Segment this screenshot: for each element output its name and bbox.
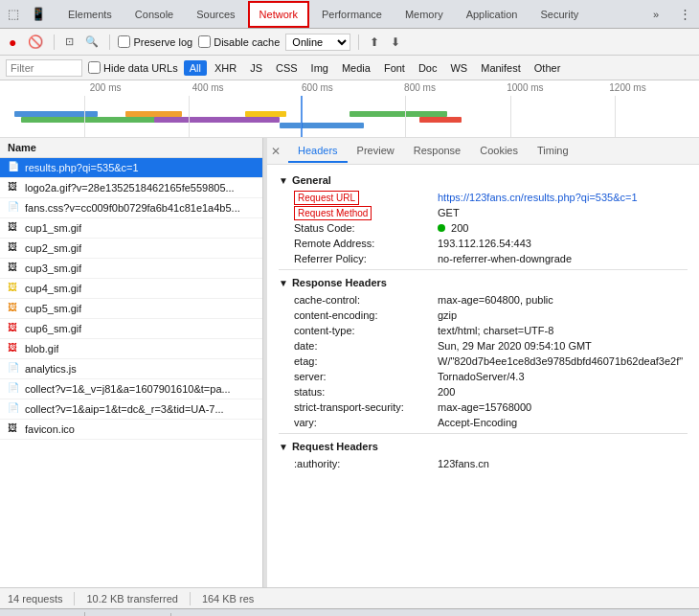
disable-cache-checkbox[interactable]: Disable cache xyxy=(198,35,280,48)
list-item[interactable]: 📄 collect?v=1&aip=1&t=dc&_r=3&tid=UA-7..… xyxy=(0,399,262,420)
detail-tab-cookies[interactable]: Cookies xyxy=(470,140,528,163)
requests-count: 14 requests xyxy=(8,593,62,605)
file-icon-doc: 📄 xyxy=(8,161,21,174)
file-name: cup3_sm.gif xyxy=(25,262,81,274)
devtools-menu-icon[interactable]: ⋮ xyxy=(675,5,695,23)
section-divider xyxy=(279,269,688,270)
list-item[interactable]: 🖼 blob.gif xyxy=(0,339,262,359)
disable-cache-input[interactable] xyxy=(198,35,211,48)
timeline[interactable]: 200 ms 400 ms 600 ms 800 ms 1000 ms 1200… xyxy=(0,80,699,138)
list-item[interactable]: 🖼 cup5_sm.gif xyxy=(0,299,262,319)
detail-tabs: ✕ Headers Preview Response Cookies Timin… xyxy=(267,138,699,165)
general-section-header[interactable]: ▼ General xyxy=(279,171,688,190)
throttle-select[interactable]: Online Fast 3G Slow 3G Offline xyxy=(285,34,350,51)
response-header-val: text/html; charset=UTF-8 xyxy=(438,325,553,336)
list-item[interactable]: 🖼 cup4_sm.gif xyxy=(0,279,262,299)
timeline-bars xyxy=(0,96,699,137)
file-name: cup6_sm.gif xyxy=(25,323,81,334)
filter-manifest[interactable]: Manifest xyxy=(475,60,527,76)
device-icon[interactable]: 📱 xyxy=(27,5,50,23)
request-headers-section[interactable]: ▼ Request Headers xyxy=(279,437,688,456)
search-icon[interactable]: 🔍 xyxy=(82,34,101,50)
response-header-status: status: 200 xyxy=(279,384,688,399)
file-name: collect?v=1&aip=1&t=dc&_r=3&tid=UA-7... xyxy=(25,403,224,415)
toolbar-separator-1 xyxy=(54,34,55,50)
bottom-tab-whats-new[interactable]: What's New × xyxy=(85,613,170,617)
file-name: cup5_sm.gif xyxy=(25,303,81,314)
tab-performance[interactable]: Performance xyxy=(311,2,393,26)
close-detail-button[interactable]: ✕ xyxy=(271,145,281,158)
list-item[interactable]: 📄 fans.css?v=cc009f0b0729fa6b41c81e1a4b5… xyxy=(0,198,262,218)
filter-all[interactable]: All xyxy=(184,60,207,76)
file-list-header: Name xyxy=(0,138,262,158)
filter-input[interactable] xyxy=(6,59,82,77)
tab-network[interactable]: Network xyxy=(248,1,309,28)
filter-doc[interactable]: Doc xyxy=(413,60,443,76)
file-icon-gif-red: 🖼 xyxy=(8,322,21,335)
detail-tab-timing[interactable]: Timing xyxy=(528,140,578,163)
response-header-key: etag: xyxy=(294,355,438,367)
status-bar: 14 requests 10.2 KB transferred 164 KB r… xyxy=(0,587,699,608)
detail-tab-response[interactable]: Response xyxy=(404,140,471,163)
collapse-arrow: ▼ xyxy=(279,442,288,452)
file-item-selected[interactable]: 📄 results.php?qi=535&c=1 xyxy=(0,158,262,178)
tab-application[interactable]: Application xyxy=(456,2,529,26)
list-item[interactable]: 🖼 cup6_sm.gif xyxy=(0,319,262,339)
status-code-label: Status Code: xyxy=(294,222,438,234)
detail-tab-preview[interactable]: Preview xyxy=(348,140,404,163)
response-header-val: W/"820d7b4ee1ce8d3e9785dbfd46071b62deaf3… xyxy=(438,355,683,367)
timeline-gridline xyxy=(615,96,616,137)
export-har-button[interactable]: ⬇ xyxy=(388,34,403,51)
preserve-log-input[interactable] xyxy=(118,35,130,48)
response-header-val: gzip xyxy=(438,309,457,321)
response-headers-section[interactable]: ▼ Response Headers xyxy=(279,273,688,292)
list-item[interactable]: 🖼 cup3_sm.gif xyxy=(0,259,262,279)
filter-css[interactable]: CSS xyxy=(270,60,304,76)
timeline-bar xyxy=(280,123,364,128)
timeline-mark-600: 600 ms xyxy=(302,82,333,93)
cursor-icon[interactable]: ⬚ xyxy=(4,5,23,23)
filter-icon[interactable]: ⊡ xyxy=(62,34,77,50)
list-item[interactable]: 🖼 cup1_sm.gif xyxy=(0,218,262,239)
filter-xhr[interactable]: XHR xyxy=(209,60,242,76)
hide-data-urls-checkbox[interactable]: Hide data URLs xyxy=(88,61,178,74)
filter-other[interactable]: Other xyxy=(529,60,567,76)
response-header-val: Accept-Encoding xyxy=(438,417,517,428)
tab-memory[interactable]: Memory xyxy=(395,2,454,26)
stop-button[interactable]: 🚫 xyxy=(25,33,46,51)
list-item[interactable]: 📄 collect?v=1&_v=j81&a=1607901610&t=pa..… xyxy=(0,379,262,399)
response-header-content-type: content-type: text/html; charset=UTF-8 xyxy=(279,323,688,338)
tab-security[interactable]: Security xyxy=(530,2,589,26)
list-item[interactable]: 🖼 favicon.ico xyxy=(0,420,262,440)
list-item[interactable]: 📄 analytics.js xyxy=(0,359,262,379)
record-button[interactable]: ● xyxy=(6,33,19,52)
referrer-policy-row: Referrer Policy: no-referrer-when-downgr… xyxy=(279,251,688,266)
hide-data-urls-input[interactable] xyxy=(88,61,101,74)
list-item[interactable]: 🖼 cup2_sm.gif xyxy=(0,239,262,259)
overflow-tabs-button[interactable]: » xyxy=(643,2,669,26)
response-header-date: date: Sun, 29 Mar 2020 09:54:10 GMT xyxy=(279,338,688,354)
tab-console[interactable]: Console xyxy=(124,2,184,26)
request-method-row: Request Method GET xyxy=(279,205,688,220)
filter-img[interactable]: Img xyxy=(305,60,334,76)
tab-sources[interactable]: Sources xyxy=(186,2,245,26)
preserve-log-checkbox[interactable]: Preserve log xyxy=(118,35,192,48)
network-toolbar: ● 🚫 ⊡ 🔍 Preserve log Disable cache Onlin… xyxy=(0,29,699,56)
section-divider xyxy=(279,433,688,434)
bottom-tab-console[interactable]: ⌨ Console xyxy=(8,612,85,616)
file-name: results.php?qi=535&c=1 xyxy=(25,162,139,173)
filter-font[interactable]: Font xyxy=(378,60,411,76)
detail-tab-headers[interactable]: Headers xyxy=(288,140,348,163)
tab-elements[interactable]: Elements xyxy=(57,2,123,26)
response-header-val: max-age=15768000 xyxy=(438,401,531,413)
file-name: favicon.ico xyxy=(25,423,75,435)
file-name: collect?v=1&_v=j81&a=1607901610&t=pa... xyxy=(25,383,231,395)
status-dot-green xyxy=(438,224,445,232)
filter-ws[interactable]: WS xyxy=(444,60,473,76)
response-header-key: server: xyxy=(294,371,438,382)
import-har-button[interactable]: ⬆ xyxy=(367,34,382,51)
response-header-server: server: TornadoServer/4.3 xyxy=(279,369,688,384)
list-item[interactable]: 🖼 logo2a.gif?v=28e1352518462165fe559805.… xyxy=(0,178,262,198)
filter-media[interactable]: Media xyxy=(336,60,376,76)
filter-js[interactable]: JS xyxy=(244,60,268,76)
